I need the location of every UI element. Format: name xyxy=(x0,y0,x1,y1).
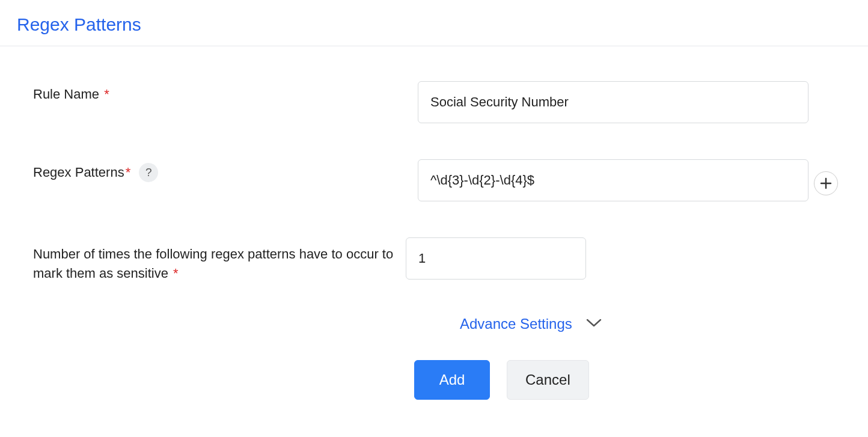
cancel-button[interactable]: Cancel xyxy=(507,360,589,400)
rule-name-input-col xyxy=(418,81,808,123)
regex-patterns-required: * xyxy=(126,165,131,180)
regex-patterns-label-group: Regex Patterns* ? xyxy=(33,159,418,182)
advance-settings-label: Advance Settings xyxy=(460,316,572,332)
chevron-down-icon xyxy=(585,316,602,332)
rule-name-required: * xyxy=(104,87,109,102)
rule-name-row: Rule Name * xyxy=(33,81,835,123)
help-icon[interactable]: ? xyxy=(139,163,158,182)
regex-patterns-row: Regex Patterns* ? xyxy=(33,159,835,201)
add-button[interactable]: Add xyxy=(414,360,490,400)
occurrences-input-col xyxy=(406,237,796,280)
button-row: Add Cancel xyxy=(414,360,835,400)
regex-patterns-input-col xyxy=(418,159,808,201)
occurrences-row: Number of times the following regex patt… xyxy=(33,237,835,283)
rule-name-input[interactable] xyxy=(418,81,808,123)
form-area: Rule Name * Regex Patterns* ? xyxy=(0,46,868,400)
occurrences-required: * xyxy=(173,266,179,281)
rule-name-label: Rule Name xyxy=(33,87,99,102)
regex-patterns-input[interactable] xyxy=(418,159,808,201)
occurrences-label: Number of times the following regex patt… xyxy=(33,246,393,281)
advance-settings-toggle[interactable]: Advance Settings xyxy=(460,316,835,332)
regex-patterns-label: Regex Patterns xyxy=(33,165,124,180)
plus-icon xyxy=(820,177,832,189)
add-pattern-button[interactable] xyxy=(814,171,838,195)
rule-name-label-group: Rule Name * xyxy=(33,81,418,104)
page-title: Regex Patterns xyxy=(0,0,868,46)
occurrences-input[interactable] xyxy=(406,237,586,280)
occurrences-label-group: Number of times the following regex patt… xyxy=(33,237,406,283)
